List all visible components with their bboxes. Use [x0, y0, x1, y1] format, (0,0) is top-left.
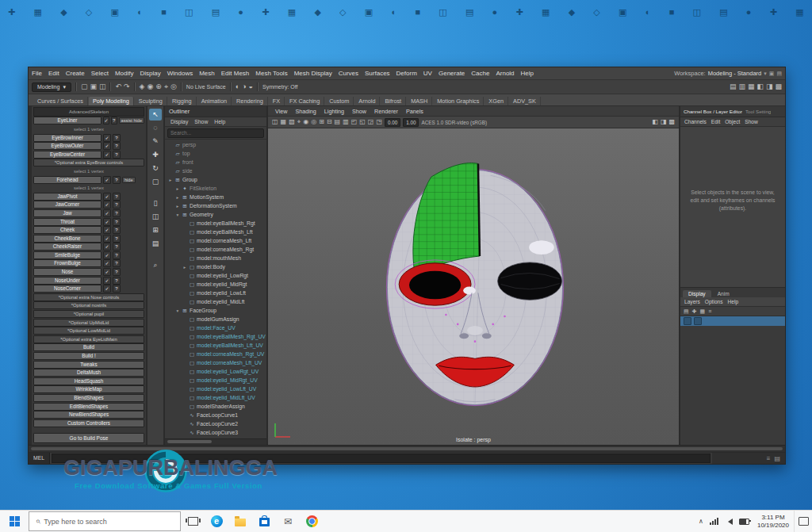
control-row[interactable]: NewBlendShapes ✓ ? — [33, 411, 144, 419]
viewport-menu-item[interactable]: Renderer — [371, 108, 401, 115]
menu-item[interactable]: Cache — [468, 70, 492, 77]
viewport-icon[interactable]: ◫ — [272, 119, 278, 125]
control-row[interactable]: Custom Controllers ✓ ? — [33, 419, 144, 427]
control-button[interactable]: DeltaMush — [33, 369, 144, 377]
checkbox[interactable]: ✓ — [103, 251, 111, 259]
viewport-icon[interactable]: ◳ — [376, 119, 382, 125]
menu-item[interactable]: Deform — [393, 70, 420, 77]
control-button[interactable]: JawCorner — [33, 201, 102, 209]
channel-box-menu-item[interactable]: Show — [743, 119, 760, 124]
expand-arrow-icon[interactable]: ▾ — [175, 212, 180, 217]
outliner-item[interactable]: ▢ model:eyelid_MidRgt — [165, 280, 266, 289]
taskbar-clock[interactable]: 3:11 PM 10/19/2020 — [753, 514, 794, 530]
layer-row-selected[interactable] — [680, 316, 785, 326]
tool-icon[interactable]: ◫ — [149, 211, 162, 223]
sidebar-toggle-icon[interactable]: ▦ — [748, 83, 755, 90]
control-row[interactable]: NoseCorner ✓ ? — [33, 285, 144, 293]
control-row[interactable]: DeltaMush ✓ ? — [33, 369, 144, 377]
outliner-item[interactable]: ▢ model:eyelid_LowRgt — [165, 271, 266, 280]
menu-item[interactable]: Display — [137, 70, 164, 77]
control-row[interactable]: JawPivot ✓ ? — [33, 193, 144, 201]
control-row[interactable]: AdvancedSkeleton ✓ ? — [33, 107, 144, 117]
outliner-item[interactable]: ▸ ⊞ MotionSystem — [165, 193, 266, 201]
outliner-item[interactable]: ▢ model:eyeBallMesh_Lft — [165, 228, 266, 236]
control-button[interactable]: select 1 vertex — [33, 168, 144, 174]
expand-arrow-icon[interactable]: ▸ — [175, 204, 180, 209]
volume-icon[interactable] — [725, 519, 733, 525]
sidebar-toggle-icon[interactable]: ◨ — [766, 83, 773, 90]
control-button[interactable]: NoseCorner — [33, 285, 102, 293]
undo-redo-icon[interactable]: ↷ — [124, 83, 130, 90]
shelf-tab[interactable]: Sculpting — [135, 97, 167, 105]
expand-arrow-icon[interactable]: ▸ — [168, 178, 173, 182]
tab-tool-settings[interactable]: Tool Setting — [745, 109, 771, 114]
menu-item[interactable]: Select — [88, 70, 112, 77]
control-row[interactable]: *Optional extra Nose controls ✓ ? — [33, 293, 144, 301]
viewport-menu-item[interactable]: Shading — [292, 108, 319, 115]
help-button[interactable]: ? — [113, 151, 121, 159]
scroll-thumb[interactable] — [167, 440, 212, 443]
help-button[interactable]: ? — [113, 209, 121, 217]
layer-toolbar-icon[interactable]: ≡ — [708, 308, 711, 314]
viewport-icon[interactable]: ▧ — [289, 119, 295, 125]
taskbar-search[interactable]: ⌕ Type here to search — [29, 511, 181, 531]
menu-set-selector[interactable]: Modeling ▾ — [32, 82, 71, 92]
checkbox[interactable]: ✓ — [103, 193, 111, 201]
control-row[interactable]: EyeBrowCenter ✓ ? — [33, 151, 144, 159]
shelf-tab[interactable]: Bifrost — [381, 97, 406, 105]
tab-channel-box[interactable]: Channel Box / Layer Editor — [684, 109, 742, 114]
outliner-item[interactable]: ▱ persp — [165, 140, 266, 149]
menu-item[interactable]: UV — [420, 70, 435, 77]
control-row[interactable]: select 1 vertex ✓ ? — [33, 167, 144, 175]
help-button[interactable]: ? — [113, 251, 121, 259]
control-button[interactable]: *Optional extra Nose controls — [33, 293, 144, 301]
control-row[interactable]: Build ! ✓ ? — [33, 352, 144, 360]
outliner-item[interactable]: ▾ ⊞ FaceGroup — [165, 306, 266, 315]
menu-item[interactable]: Edit Mesh — [218, 70, 253, 77]
outliner-item[interactable]: ▢ modelGumAssign — [165, 315, 266, 323]
shelf-tab[interactable]: Motion Graphics — [433, 97, 484, 105]
gamma-field[interactable]: 1.00 — [403, 118, 419, 127]
script-editor-icon[interactable]: ≡ — [767, 455, 771, 462]
sidebar-toggle-icon[interactable]: ▤ — [730, 83, 737, 90]
help-button[interactable]: ? — [113, 176, 121, 184]
viewport-menu-item[interactable]: Show — [349, 108, 370, 115]
layer-visibility-toggle[interactable] — [684, 317, 691, 325]
help-button[interactable]: ? — [111, 117, 117, 124]
script-editor-icon[interactable]: ▤ — [774, 455, 780, 462]
control-button[interactable]: Jaw — [33, 209, 102, 217]
toolbar-icon[interactable]: ◒ — [249, 83, 253, 90]
control-button[interactable]: Nose — [33, 268, 102, 276]
help-button[interactable]: ? — [113, 243, 121, 251]
help-button[interactable]: ? — [113, 226, 121, 234]
control-row[interactable]: EyeBrowInner ✓ ? — [33, 134, 144, 142]
outliner-item[interactable]: ▸ ⊞ DeformationSystem — [165, 201, 266, 210]
tool-icon[interactable]: ▤ — [149, 238, 162, 250]
sidebar-toggle-icon[interactable]: ▥ — [738, 83, 745, 90]
snap-icon[interactable]: ◉ — [147, 83, 154, 90]
tray-chevron-icon[interactable]: ∧ — [699, 518, 703, 525]
control-row[interactable]: EyeLiner ✓ ? assist hide — [33, 117, 144, 125]
outliner-item[interactable]: ▢ model:corneaMesh_Rgt — [165, 245, 266, 254]
outliner-item[interactable]: ▢ model:eyelid_LowRgt_UV — [165, 367, 266, 376]
control-button[interactable]: *Optional LowMidLid — [33, 327, 144, 335]
checkbox[interactable]: ✓ — [103, 235, 111, 243]
layer-menu-item[interactable]: Help — [726, 299, 741, 304]
store-button[interactable] — [252, 511, 276, 532]
file-explorer-button[interactable] — [228, 511, 252, 532]
control-row[interactable]: EyeBrowOuter ✓ ? — [33, 142, 144, 150]
snap-icon[interactable]: ⊕ — [155, 83, 162, 90]
menu-item[interactable]: File — [29, 70, 45, 77]
viewport-canvas[interactable]: Isolate : persp — [268, 128, 679, 445]
layer-type-toggle[interactable] — [694, 317, 702, 325]
toolbar-icon[interactable]: ◫ — [99, 83, 106, 90]
sidebar-toggle-icon[interactable]: ◧ — [756, 83, 764, 90]
control-button[interactable]: Tweaks — [33, 361, 144, 369]
checkbox[interactable]: ✓ — [103, 201, 111, 209]
expand-arrow-icon[interactable]: ▸ — [175, 195, 180, 200]
tool-icon[interactable]: ✚ — [149, 149, 162, 161]
control-row[interactable]: Jaw ✓ ? — [33, 209, 144, 217]
control-button[interactable]: NewBlendShapes — [33, 411, 144, 419]
control-row[interactable]: *Optional extra EyeLidMain ✓ ? — [33, 335, 144, 343]
control-row[interactable]: BlendShapes ✓ ? — [33, 394, 144, 402]
